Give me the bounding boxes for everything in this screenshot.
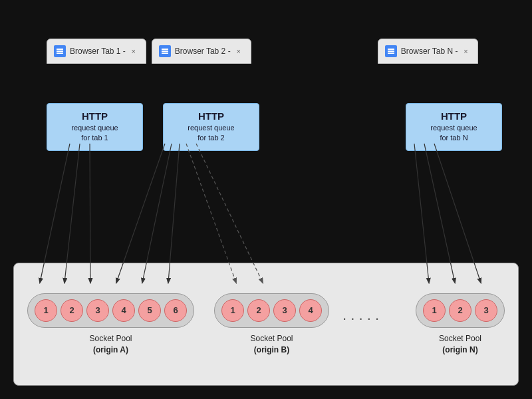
- pool-a-circle-4: 4: [112, 299, 135, 322]
- socket-pool-a: 1 2 3 4 5 6 Socket Pool(origin A): [27, 293, 194, 356]
- pool-n-circle-2: 2: [449, 299, 471, 322]
- pool-dots: . . . . .: [342, 307, 379, 342]
- tab-icon-2: [159, 45, 171, 57]
- http-sub-1: request queuefor tab 1: [53, 123, 137, 144]
- queues-row: HTTP request queuefor tab 1 HTTP request…: [47, 103, 522, 151]
- svg-line-2: [90, 144, 90, 283]
- socket-pool-n: 1 2 3 Socket Pool(origin N): [416, 293, 505, 356]
- pool-n-circles: 1 2 3: [416, 293, 505, 328]
- browser-tab-1[interactable]: Browser Tab 1 -: [47, 39, 146, 64]
- pool-n-circle-1: 1: [423, 299, 446, 322]
- http-title-n: HTTP: [412, 110, 496, 122]
- pool-a-circle-3: 3: [86, 299, 109, 322]
- socket-pool-b: 1 2 3 4 Socket Pool(origin B): [214, 293, 329, 356]
- tab-close-2[interactable]: [233, 46, 244, 57]
- browser-tab-n[interactable]: Browser Tab N -: [378, 39, 479, 64]
- pool-a-circle-5: 5: [138, 299, 161, 322]
- svg-line-0: [40, 144, 70, 283]
- pool-b-circle-4: 4: [299, 299, 322, 322]
- pool-b-circle-2: 2: [247, 299, 270, 322]
- tab-close-1[interactable]: [128, 46, 139, 57]
- tab-icon-n: [385, 45, 397, 57]
- tab-label-n: Browser Tab N -: [401, 47, 458, 56]
- http-queue-n: HTTP request queuefor tab N: [406, 103, 502, 151]
- pool-a-circles: 1 2 3 4 5 6: [27, 293, 194, 328]
- svg-line-9: [424, 144, 455, 283]
- svg-line-10: [434, 144, 481, 283]
- browser-tab-2[interactable]: Browser Tab 2 -: [152, 39, 251, 64]
- http-sub-2: request queuefor tab 2: [169, 123, 253, 144]
- svg-line-1: [65, 144, 80, 283]
- pool-n-circle-3: 3: [475, 299, 497, 322]
- pool-a-label: Socket Pool(origin A): [89, 333, 132, 356]
- diagram-container: Browser Tab 1 - Browser Tab 2 - Browser …: [0, 0, 532, 399]
- pool-n-label: Socket Pool(origin N): [439, 333, 481, 356]
- tab-label-2: Browser Tab 2 -: [175, 47, 231, 56]
- pool-a-circle-6: 6: [164, 299, 187, 322]
- http-queue-1: HTTP request queuefor tab 1: [47, 103, 143, 151]
- http-title-2: HTTP: [169, 110, 253, 122]
- http-sub-n: request queuefor tab N: [412, 123, 496, 144]
- svg-line-5: [168, 144, 180, 283]
- http-queue-2: HTTP request queuefor tab 2: [163, 103, 259, 151]
- tab-close-n[interactable]: [460, 46, 471, 57]
- svg-line-8: [414, 144, 429, 283]
- pool-a-circle-2: 2: [61, 299, 83, 322]
- svg-line-6: [186, 144, 236, 283]
- pool-b-circle-3: 3: [273, 299, 296, 322]
- tabs-row: Browser Tab 1 - Browser Tab 2 - Browser …: [47, 39, 478, 64]
- svg-line-7: [196, 144, 263, 283]
- tab-icon-1: [54, 45, 66, 57]
- bottom-section: 1 2 3 4 5 6 Socket Pool(origin A) 1 2 3 …: [13, 263, 519, 386]
- pool-b-circle-1: 1: [221, 299, 244, 322]
- pool-a-circle-1: 1: [35, 299, 57, 322]
- tab-label-1: Browser Tab 1 -: [70, 47, 126, 56]
- svg-line-4: [142, 144, 172, 283]
- pool-b-circles: 1 2 3 4: [214, 293, 329, 328]
- http-title-1: HTTP: [53, 110, 137, 122]
- pool-b-label: Socket Pool(origin B): [250, 333, 293, 356]
- svg-line-3: [116, 144, 165, 283]
